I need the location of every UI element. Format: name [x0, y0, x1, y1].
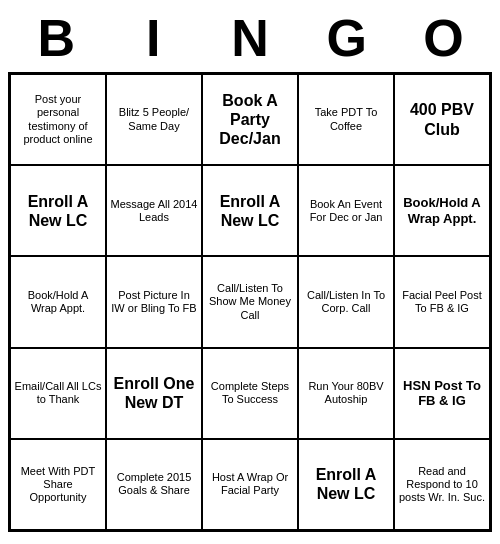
cell-2-1: Post Picture In IW or Bling To FB	[106, 256, 202, 347]
letter-b: B	[16, 8, 96, 68]
cell-3-4: HSN Post To FB & IG	[394, 348, 490, 439]
cell-4-4: Read and Respond to 10 posts Wr. In. Suc…	[394, 439, 490, 530]
cell-3-2: Complete Steps To Success	[202, 348, 298, 439]
letter-n: N	[210, 8, 290, 68]
cell-0-4: 400 PBV Club	[394, 74, 490, 165]
bingo-title: B I N G O	[8, 8, 492, 68]
letter-i: I	[113, 8, 193, 68]
cell-4-2: Host A Wrap Or Facial Party	[202, 439, 298, 530]
cell-2-4: Facial Peel Post To FB & IG	[394, 256, 490, 347]
letter-o: O	[404, 8, 484, 68]
bingo-grid: Post your personal testimony of product …	[8, 72, 492, 532]
cell-4-0: Meet With PDT Share Opportunity	[10, 439, 106, 530]
cell-0-1: Blitz 5 People/ Same Day	[106, 74, 202, 165]
cell-1-3: Book An Event For Dec or Jan	[298, 165, 394, 256]
cell-1-1: Message All 2014 Leads	[106, 165, 202, 256]
cell-2-3: Call/Listen In To Corp. Call	[298, 256, 394, 347]
cell-0-0: Post your personal testimony of product …	[10, 74, 106, 165]
letter-g: G	[307, 8, 387, 68]
cell-1-4: Book/Hold A Wrap Appt.	[394, 165, 490, 256]
cell-4-1: Complete 2015 Goals & Share	[106, 439, 202, 530]
cell-0-2: Book A Party Dec/Jan	[202, 74, 298, 165]
cell-3-1: Enroll One New DT	[106, 348, 202, 439]
cell-1-2: Enroll A New LC	[202, 165, 298, 256]
cell-0-3: Take PDT To Coffee	[298, 74, 394, 165]
cell-2-2: Call/Listen To Show Me Money Call	[202, 256, 298, 347]
cell-3-3: Run Your 80BV Autoship	[298, 348, 394, 439]
cell-4-3: Enroll A New LC	[298, 439, 394, 530]
cell-2-0: Book/Hold A Wrap Appt.	[10, 256, 106, 347]
cell-3-0: Email/Call All LCs to Thank	[10, 348, 106, 439]
cell-1-0: Enroll A New LC	[10, 165, 106, 256]
